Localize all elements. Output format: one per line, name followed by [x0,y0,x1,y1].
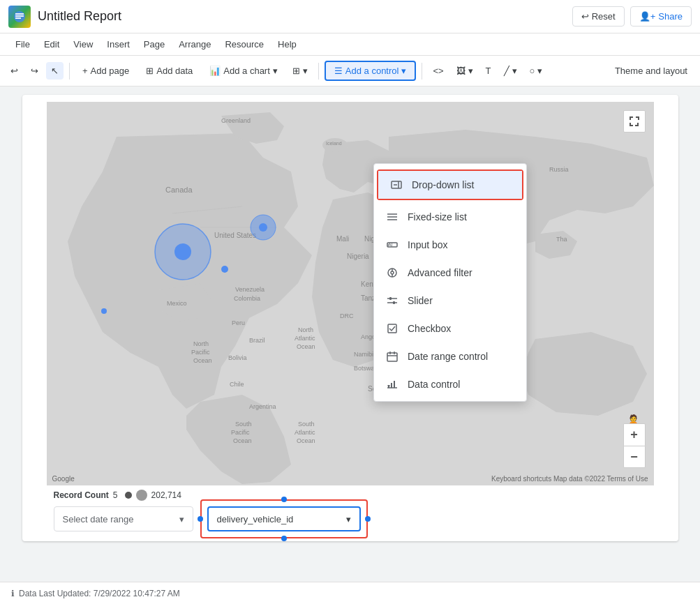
svg-text:Mexico: Mexico [167,300,187,307]
toolbar-divider-1 [69,63,70,80]
date-range-chevron-icon: ▾ [179,514,184,524]
slider-icon [385,294,399,308]
menu-item-data-control-label: Data control [408,379,460,390]
svg-text:Bolivia: Bolivia [228,354,247,361]
svg-text:Tha: Tha [556,236,567,243]
record-count-number: 202,714 [151,490,181,500]
redo-button[interactable]: ↪ [26,62,43,80]
selection-handle-right[interactable] [365,516,371,522]
svg-text:Ocean: Ocean [193,357,212,364]
record-count-bar: Record Count 5 202,714 [54,490,181,501]
add-data-button[interactable]: ⊞ Add data [139,62,200,80]
undo-icon: ↩ [10,66,18,76]
svg-text:Ocean: Ocean [233,437,252,444]
add-chart-button[interactable]: 📊 Add a chart ▾ [202,62,285,80]
svg-text:Pacific: Pacific [231,429,250,436]
line-icon: ╱ [504,66,509,76]
svg-rect-68 [388,324,396,333]
svg-text:Ocean: Ocean [297,437,315,444]
svg-text:Canada: Canada [165,186,193,194]
select-button[interactable]: ↖ [46,62,64,80]
svg-text:Ocean: Ocean [297,343,315,350]
add-control-chevron-icon: ▾ [401,66,406,76]
status-bar: ℹ Data Last Updated: 7/29/2022 10:47:27 … [0,582,700,604]
toolbar: ↩ ↪ ↖ + Add page ⊞ Add data 📊 Add a char… [0,56,700,86]
menu-item-input-box[interactable]: AI Input box [374,231,526,259]
selection-handle-bottom[interactable] [281,536,287,541]
svg-text:AI: AI [388,242,393,247]
main-content: Canada United States Greenland Mali Nige… [0,86,700,551]
selection-handle-left[interactable] [198,516,203,522]
dropdown-field-chevron-icon: ▾ [346,514,351,524]
menu-item-checkbox[interactable]: Checkbox [374,315,526,342]
title-bar-actions: ↩ Reset 👤+ Share [572,6,692,27]
svg-text:Mali: Mali [336,235,349,243]
menu-item-page[interactable]: Page [137,36,172,52]
menu-item-help[interactable]: Help [271,36,304,52]
svg-text:Atlantic: Atlantic [295,429,315,436]
menu-item-checkbox-label: Checkbox [408,323,451,334]
report-canvas: Canada United States Greenland Mali Nige… [22,95,678,541]
menu-item-insert[interactable]: Insert [100,36,137,52]
select-icon: ↖ [51,66,59,76]
svg-text:South: South [235,421,252,428]
menu-item-slider[interactable]: Slider [374,287,526,315]
dropdown-control-wrapper: delivery_vehicle_id ▾ [207,506,361,531]
fullscreen-button[interactable] [623,110,646,133]
add-page-button[interactable]: + Add page [75,62,136,80]
image-button[interactable]: 🖼 ▾ [452,62,478,80]
theme-layout-button[interactable]: Theme and layout [608,62,694,80]
selection-handle-top[interactable] [281,497,287,502]
svg-text:Greenland: Greenland [221,117,251,124]
menu-item-data-control[interactable]: Data control [374,370,526,398]
data-last-updated: Data Last Updated: 7/29/2022 10:47:27 AM [19,589,180,598]
add-control-button[interactable]: ☰ Add a control ▾ [325,61,417,81]
menu-item-fixed-size-list[interactable]: Fixed-size list [374,203,526,231]
world-map-svg: Canada United States Greenland Mali Nige… [47,102,654,485]
menu-item-date-range-label: Date range control [408,351,488,362]
text-icon: T [486,66,491,76]
fixed-size-list-icon [385,210,399,224]
menu-item-slider-label: Slider [408,295,433,306]
shape-button[interactable]: ○ ▾ [525,62,548,80]
dropdown-list-icon [389,178,403,192]
components-button[interactable]: ⊞ ▾ [288,62,313,80]
code-view-button[interactable]: <> [428,62,448,80]
shape-chevron-icon: ▾ [537,66,542,76]
text-button[interactable]: T [481,62,496,80]
menu-item-date-range[interactable]: Date range control [374,342,526,370]
data-control-icon [385,377,399,391]
map-bubble-small-1 [221,266,228,273]
svg-text:Pacific: Pacific [191,349,210,356]
share-button[interactable]: 👤+ Share [630,6,692,27]
dropdown-field-control[interactable]: delivery_vehicle_id ▾ [207,506,361,531]
date-range-icon [385,349,399,363]
menu-item-fixed-size-list-label: Fixed-size list [408,211,467,222]
menu-item-view[interactable]: View [66,36,100,52]
toolbar-divider-2 [318,63,319,80]
line-chevron-icon: ▾ [512,66,517,76]
add-chart-icon: 📊 [209,66,221,76]
reset-button[interactable]: ↩ Reset [572,6,625,27]
menu-item-edit[interactable]: Edit [37,36,66,52]
svg-text:Chile: Chile [230,381,244,388]
svg-rect-67 [393,301,395,304]
map-bubble-large-inner [174,243,191,260]
zoom-out-button[interactable]: − [623,446,646,468]
svg-text:Venezuela: Venezuela [235,286,265,293]
menu-item-dropdown-list[interactable]: Drop-down list [378,171,522,199]
components-icon: ⊞ [292,66,300,76]
menu-item-arrange[interactable]: Arrange [172,36,218,52]
menu-item-resource[interactable]: Resource [218,36,271,52]
zoom-in-button[interactable]: + [623,423,646,446]
undo-button[interactable]: ↩ [6,62,23,80]
svg-rect-66 [389,297,392,300]
components-chevron-icon: ▾ [303,66,308,76]
dropdown-highlighted-border: Drop-down list [377,169,523,200]
line-button[interactable]: ╱ ▾ [499,62,522,80]
zoom-controls: + − [623,423,646,468]
date-range-control[interactable]: Select date range ▾ [54,506,193,531]
menu-item-file[interactable]: File [8,36,37,52]
menu-bar: File Edit View Insert Page Arrange Resou… [0,33,700,56]
menu-item-advanced-filter[interactable]: Advanced filter [374,259,526,287]
